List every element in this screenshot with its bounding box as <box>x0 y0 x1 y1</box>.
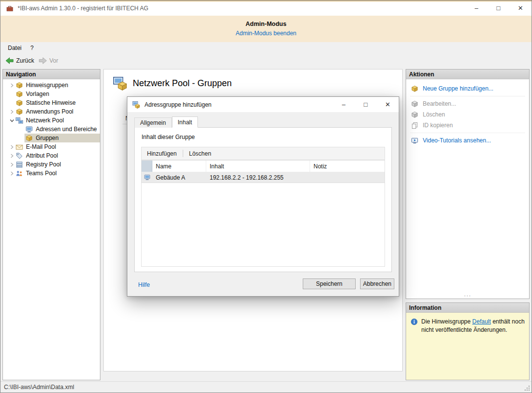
admin-mode-title: Admin-Modus <box>0 16 532 27</box>
information-text-before: Die Hinweisgruppe <box>421 318 472 325</box>
window-top-border <box>0 0 532 1</box>
nav-item-label: Teams Pool <box>26 170 57 177</box>
mail-icon <box>16 143 24 151</box>
panel-splitter-handle[interactable]: ··· <box>406 293 529 298</box>
admin-mode-exit-link[interactable]: Admin-Modus beenden <box>0 30 532 37</box>
maximize-button[interactable]: □ <box>487 0 509 16</box>
tree-indent <box>9 91 15 97</box>
app-window: *IBI-aws Admin 1.30.0 - registriert für … <box>0 0 532 393</box>
action-add-group[interactable]: Neue Gruppe hinzufügen... <box>406 83 529 94</box>
back-arrow-icon <box>5 57 14 64</box>
actions-separator <box>410 96 525 96</box>
nav-item-teams-pool[interactable]: Teams Pool <box>3 169 100 178</box>
delete-entry-button[interactable]: Löschen <box>188 150 213 157</box>
action-label: Löschen <box>423 111 445 118</box>
menu-datei[interactable]: Datei <box>3 42 26 54</box>
window-titlebar: *IBI-aws Admin 1.30.0 - registriert für … <box>0 0 532 16</box>
statusbar-path: C:\IBI-aws\Admin\Data.xml <box>4 384 74 391</box>
dialog-close-button[interactable]: ✕ <box>377 97 399 112</box>
help-link[interactable]: ? Hilfe <box>136 281 150 288</box>
navigation-tree: Hinweisgruppen Vorlagen Statische Hinwei… <box>3 79 100 178</box>
chevron-right-icon[interactable] <box>9 82 15 88</box>
chevron-right-icon[interactable] <box>9 162 15 167</box>
statusbar: C:\IBI-aws\Admin\Data.xml <box>0 381 532 393</box>
close-button[interactable]: ✕ <box>509 0 532 16</box>
add-entry-button[interactable]: Hinzufügen <box>145 150 178 157</box>
nav-item-anwendungs-pool[interactable]: Anwendungs Pool <box>3 107 100 116</box>
dialog-minimize-button[interactable]: – <box>333 97 355 112</box>
action-delete[interactable]: Löschen <box>406 109 529 120</box>
chevron-down-icon[interactable] <box>9 117 15 123</box>
notiz-column-header[interactable]: Notiz <box>310 161 385 172</box>
nav-item-statische-hinweise[interactable]: Statische Hinweise <box>3 98 100 107</box>
registry-icon <box>16 161 24 168</box>
nav-item-hinweisgruppen[interactable]: Hinweisgruppen <box>3 81 100 90</box>
nav-item-label: Vorlagen <box>26 91 49 97</box>
box-icon <box>16 99 24 107</box>
information-text: Die Hinweisgruppe Default enthält noch n… <box>421 318 525 334</box>
chevron-right-icon[interactable] <box>9 109 15 115</box>
dialog-controls: – □ ✕ <box>333 97 399 112</box>
dialog-tabs: Allgemein Inhalt <box>134 116 198 128</box>
information-header: Information <box>406 303 529 313</box>
address-group-icon <box>132 101 140 109</box>
nav-item-vorlagen[interactable]: Vorlagen <box>3 90 100 98</box>
box-gray-icon <box>411 100 419 108</box>
back-button[interactable]: Zurück <box>4 57 38 64</box>
dialog-maximize-button[interactable]: □ <box>355 97 377 112</box>
nav-item-label: Adressen und Bereiche <box>36 126 97 133</box>
table-row[interactable]: Gebäude A 192.168.2.2 - 192.168.2.255 <box>142 172 385 183</box>
nav-item-attribut-pool[interactable]: Attribut Pool <box>3 151 100 160</box>
cancel-button[interactable]: Abbrechen <box>360 278 394 289</box>
toolbar-separator <box>183 150 183 157</box>
action-video-tutorials[interactable]: Video-Tutorials ansehen... <box>406 135 529 146</box>
navigation-panel: Navigation Hinweisgruppen Vorlagen Stati… <box>2 69 100 380</box>
maximize-icon: □ <box>364 101 368 108</box>
nav-item-label: Attribut Pool <box>26 152 58 159</box>
tab-inhalt[interactable]: Inhalt <box>172 116 198 128</box>
minimize-button[interactable]: – <box>465 0 487 16</box>
page-title: Netzwerk Pool - Gruppen <box>133 78 232 89</box>
nav-item-gruppen[interactable]: Gruppen <box>3 134 100 142</box>
action-copy-id[interactable]: ID kopieren <box>406 120 529 131</box>
nav-toolbar: Zurück Vor <box>0 54 532 68</box>
information-panel: Information Die Hinweisgruppe Default en… <box>406 302 530 380</box>
chevron-right-icon[interactable] <box>9 144 15 150</box>
dialog-title: Adressgruppe hinzufügen <box>145 101 212 108</box>
icon-column-header[interactable] <box>142 161 152 172</box>
menu-help[interactable]: ? <box>26 42 38 54</box>
nav-item-label: Anwendungs Pool <box>26 108 73 115</box>
network-icon <box>16 117 24 124</box>
nav-item-registry-pool[interactable]: Registry Pool <box>3 160 100 169</box>
people-icon <box>16 170 24 177</box>
dialog-titlebar: Adressgruppe hinzufügen – □ ✕ <box>127 97 399 112</box>
default-group-link[interactable]: Default <box>472 318 491 325</box>
save-button[interactable]: Speichern <box>303 278 356 289</box>
admin-mode-banner: Admin-Modus Admin-Modus beenden <box>0 16 532 42</box>
action-label: Video-Tutorials ansehen... <box>423 137 491 144</box>
inhalt-column-header[interactable]: Inhalt <box>206 161 310 172</box>
dialog-tab-page: Inhalt dieser Gruppe Hinzufügen Löschen … <box>134 127 392 272</box>
add-address-group-dialog: Adressgruppe hinzufügen – □ ✕ Allgemein … <box>127 96 399 297</box>
help-label: Hilfe <box>138 281 150 288</box>
nav-item-adressen-und-bereiche[interactable]: Adressen und Bereiche <box>3 125 100 134</box>
box-icon <box>16 82 24 89</box>
box-gray-icon <box>411 111 419 118</box>
menubar: Datei ? <box>0 42 532 54</box>
tab-allgemein[interactable]: Allgemein <box>134 117 172 128</box>
navigation-header: Navigation <box>3 69 100 79</box>
table-header-row: Name Inhalt Notiz <box>142 161 385 172</box>
chevron-right-icon[interactable] <box>9 170 15 176</box>
info-icon <box>411 318 418 325</box>
network-group-icon <box>113 76 127 91</box>
forward-button[interactable]: Vor <box>38 57 62 64</box>
row-notiz-cell <box>310 172 385 183</box>
action-edit[interactable]: Bearbeiten... <box>406 98 529 109</box>
nav-item-email-pool[interactable]: E-Mail Pool <box>3 142 100 151</box>
back-label: Zurück <box>16 57 34 64</box>
chevron-right-icon[interactable] <box>9 153 15 159</box>
nav-item-netzwerk-pool[interactable]: Netzwerk Pool <box>3 116 100 125</box>
name-column-header[interactable]: Name <box>152 161 206 172</box>
resize-grip[interactable] <box>524 385 530 391</box>
action-label: ID kopieren <box>423 122 453 129</box>
